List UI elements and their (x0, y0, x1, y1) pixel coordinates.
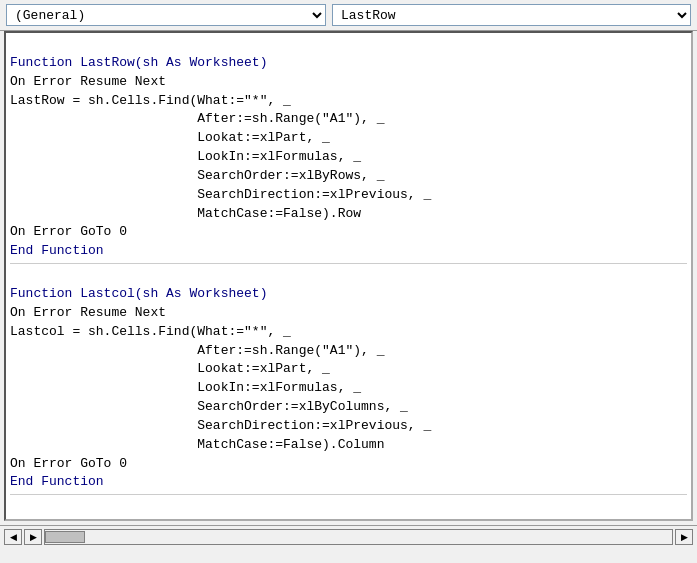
scrollbar-thumb (45, 531, 85, 543)
line-fn2-lookat: Lookat:=xlPart, _ (10, 361, 330, 376)
general-dropdown[interactable]: (General) (6, 4, 326, 26)
line-fn2-matchcase: MatchCase:=False).Column (10, 437, 384, 452)
code-area: Function LastRow(sh As Worksheet) On Err… (4, 31, 693, 521)
top-bar: (General) LastRow (0, 0, 697, 31)
line-fn2-lookin: LookIn:=xlFormulas, _ (10, 380, 361, 395)
line-fn1-goto: On Error GoTo 0 (10, 224, 127, 239)
line-fn2-onerr: On Error Resume Next (10, 305, 166, 320)
scroll-right2-button[interactable]: ▶ (675, 529, 693, 545)
code-content: Function LastRow(sh As Worksheet) On Err… (10, 35, 687, 519)
divider-1 (10, 263, 687, 264)
bottom-bar: ◀ ▶ ▶ (0, 525, 697, 547)
horizontal-scrollbar[interactable] (44, 529, 673, 545)
line-fn1-after: After:=sh.Range("A1"), _ (10, 111, 384, 126)
line-fn2-goto: On Error GoTo 0 (10, 456, 127, 471)
line-fn2-searchdir: SearchDirection:=xlPrevious, _ (10, 418, 431, 433)
line-fn1-searchdir: SearchDirection:=xlPrevious, _ (10, 187, 431, 202)
line-fn2-searchorder: SearchOrder:=xlByColumns, _ (10, 399, 408, 414)
line-fn2-assign: Lastcol = sh.Cells.Find(What:="*", _ (10, 324, 291, 339)
line-fn2-end: End Function (10, 474, 104, 489)
scroll-right-button[interactable]: ▶ (24, 529, 42, 545)
line-fn1-onerr: On Error Resume Next (10, 74, 166, 89)
line-fn2-decl: Function Lastcol(sh As Worksheet) (10, 286, 267, 301)
line-fn1-lookin: LookIn:=xlFormulas, _ (10, 149, 361, 164)
line-fn2-after: After:=sh.Range("A1"), _ (10, 343, 384, 358)
line-fn3-decl: Function SheetExists(SName As String, _ (10, 517, 314, 519)
line-fn1-searchorder: SearchOrder:=xlByRows, _ (10, 168, 384, 183)
line-fn1-decl: Function LastRow(sh As Worksheet) (10, 55, 267, 70)
line-fn1-matchcase: MatchCase:=False).Row (10, 206, 361, 221)
divider-2 (10, 494, 687, 495)
line-fn1-end: End Function (10, 243, 104, 258)
line-fn1-lookat: Lookat:=xlPart, _ (10, 130, 330, 145)
line-fn1-assign: LastRow = sh.Cells.Find(What:="*", _ (10, 93, 291, 108)
lastrow-dropdown[interactable]: LastRow (332, 4, 691, 26)
scroll-left-button[interactable]: ◀ (4, 529, 22, 545)
code-scroll[interactable]: Function LastRow(sh As Worksheet) On Err… (6, 33, 691, 519)
